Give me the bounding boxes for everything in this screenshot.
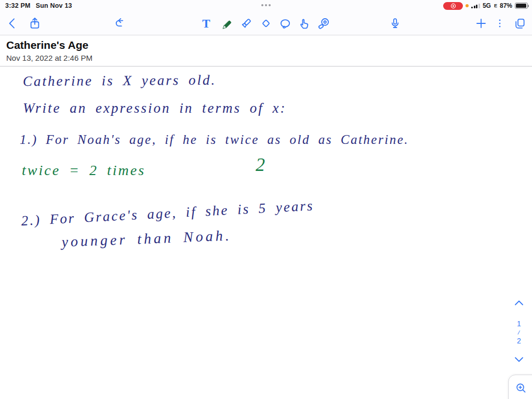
toolbar: T [0, 11, 532, 35]
handwritten-line-1: Catherine is X years old. [23, 72, 216, 90]
tape-tool-button[interactable] [315, 15, 332, 32]
total-pages-number: 2 [511, 337, 527, 344]
network-band: E [494, 3, 497, 8]
eraser-icon [259, 17, 273, 30]
more-vertical-icon [494, 17, 506, 30]
screen-record-indicator[interactable] [443, 2, 463, 10]
handwritten-line-2: Write an expression in terms of x: [23, 100, 286, 116]
page-separator: / [517, 330, 520, 336]
back-button[interactable] [4, 15, 21, 32]
zoom-in-button[interactable] [515, 382, 527, 394]
status-time: 3:32 PM [5, 2, 31, 9]
pages-icon [513, 17, 526, 30]
handwritten-line-3: 1.) For Noah's age, if he is twice as ol… [20, 132, 409, 147]
undo-button[interactable] [112, 15, 128, 32]
text-tool-button[interactable]: T [198, 15, 215, 32]
plus-icon [474, 17, 488, 30]
note-timestamp: Nov 13, 2022 at 2:46 PM [6, 54, 92, 62]
pen-icon [220, 17, 233, 30]
share-button[interactable] [26, 15, 43, 32]
microphone-button[interactable] [387, 15, 403, 32]
text-tool-icon: T [202, 18, 210, 30]
highlighter-tool-button[interactable] [238, 15, 255, 32]
chevron-left-icon [6, 17, 19, 30]
mic-in-use-dot-icon [466, 4, 469, 7]
notability-app: 3:32 PMSun Nov 13 5GE 87% [0, 0, 532, 399]
zoom-panel-corner [508, 375, 532, 399]
pointer-hand-icon [298, 17, 311, 30]
highlighter-icon [240, 17, 253, 30]
handwritten-annotation-2: 2 [256, 154, 267, 176]
tape-icon [317, 17, 330, 30]
current-page-number: 1 [511, 320, 527, 327]
eraser-tool-button[interactable] [258, 15, 274, 32]
note-title: Catherine's Age [6, 39, 88, 51]
battery-percent: 87% [500, 2, 512, 9]
add-page-button[interactable] [473, 15, 489, 32]
cellular-signal-icon [471, 3, 480, 8]
zoom-in-icon [515, 382, 527, 394]
network-type: 5G [483, 2, 491, 9]
undo-icon [113, 17, 127, 30]
more-options-button[interactable] [491, 15, 508, 32]
multitask-handle-icon[interactable] [261, 4, 271, 6]
page-up-chevron-icon[interactable] [513, 299, 525, 307]
page-down-chevron-icon[interactable] [513, 356, 525, 363]
handwritten-line-4-green: twice = 2 times [22, 162, 145, 179]
pointer-tool-button[interactable] [296, 15, 313, 32]
status-date: Sun Nov 13 [36, 2, 72, 9]
pen-tool-button[interactable] [218, 15, 235, 32]
page-navigator: 1 / 2 [511, 299, 527, 363]
scissors-tool-button[interactable] [277, 15, 294, 32]
microphone-icon [389, 17, 402, 30]
status-bar: 3:32 PMSun Nov 13 5GE 87% [0, 0, 532, 11]
share-icon [28, 17, 42, 30]
record-icon [450, 3, 457, 9]
lasso-scissors-icon [278, 17, 292, 30]
note-header: Catherine's Age Nov 13, 2022 at 2:46 PM [0, 35, 532, 66]
battery-icon [515, 3, 528, 9]
pages-overview-button[interactable] [511, 15, 528, 32]
